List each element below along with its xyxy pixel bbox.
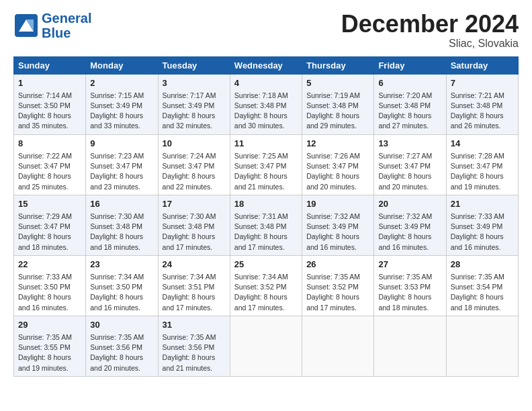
calendar-week-row: 22Sunrise: 7:33 AM Sunset: 3:50 PM Dayli… <box>14 255 519 316</box>
calendar-day-cell: 1Sunrise: 7:14 AM Sunset: 3:50 PM Daylig… <box>14 74 86 134</box>
logo: General Blue <box>13 11 91 40</box>
weekday-header: Tuesday <box>158 56 230 74</box>
day-info: Sunrise: 7:25 AM Sunset: 3:47 PM Dayligh… <box>234 151 298 192</box>
page: General Blue December 2024 Sliac, Slovak… <box>0 0 532 411</box>
day-number: 28 <box>451 259 514 271</box>
day-info: Sunrise: 7:27 AM Sunset: 3:47 PM Dayligh… <box>378 151 441 192</box>
day-info: Sunrise: 7:35 AM Sunset: 3:56 PM Dayligh… <box>90 332 153 373</box>
day-info: Sunrise: 7:31 AM Sunset: 3:48 PM Dayligh… <box>234 212 298 253</box>
calendar-day-cell: 10Sunrise: 7:24 AM Sunset: 3:47 PM Dayli… <box>158 134 230 195</box>
day-number: 22 <box>18 259 81 271</box>
calendar-day-cell: 29Sunrise: 7:35 AM Sunset: 3:55 PM Dayli… <box>14 316 86 376</box>
day-info: Sunrise: 7:35 AM Sunset: 3:56 PM Dayligh… <box>163 332 226 373</box>
day-number: 10 <box>163 138 226 150</box>
calendar-day-cell: 17Sunrise: 7:30 AM Sunset: 3:48 PM Dayli… <box>158 195 230 255</box>
day-info: Sunrise: 7:35 AM Sunset: 3:55 PM Dayligh… <box>18 332 81 373</box>
calendar-day-cell: 23Sunrise: 7:34 AM Sunset: 3:50 PM Dayli… <box>86 255 158 316</box>
day-number: 23 <box>90 259 153 271</box>
day-number: 2 <box>90 77 153 89</box>
day-number: 24 <box>163 259 226 271</box>
day-info: Sunrise: 7:34 AM Sunset: 3:51 PM Dayligh… <box>163 272 226 313</box>
day-number: 14 <box>451 138 514 150</box>
calendar-day-cell: 28Sunrise: 7:35 AM Sunset: 3:54 PM Dayli… <box>446 255 518 316</box>
day-number: 19 <box>306 198 369 210</box>
day-number: 6 <box>378 77 441 89</box>
calendar-day-cell: 21Sunrise: 7:33 AM Sunset: 3:49 PM Dayli… <box>446 195 518 255</box>
day-info: Sunrise: 7:21 AM Sunset: 3:48 PM Dayligh… <box>451 91 514 132</box>
calendar-day-cell: 5Sunrise: 7:19 AM Sunset: 3:48 PM Daylig… <box>302 74 374 134</box>
day-info: Sunrise: 7:29 AM Sunset: 3:47 PM Dayligh… <box>18 212 81 253</box>
day-number: 27 <box>378 259 441 271</box>
title-block: December 2024 Sliac, Slovakia <box>341 11 519 50</box>
weekday-header: Wednesday <box>230 56 302 74</box>
calendar-week-row: 29Sunrise: 7:35 AM Sunset: 3:55 PM Dayli… <box>14 316 519 376</box>
day-info: Sunrise: 7:18 AM Sunset: 3:48 PM Dayligh… <box>234 91 298 132</box>
calendar-subtitle: Sliac, Slovakia <box>341 38 519 50</box>
day-info: Sunrise: 7:22 AM Sunset: 3:47 PM Dayligh… <box>18 151 81 192</box>
day-info: Sunrise: 7:19 AM Sunset: 3:48 PM Dayligh… <box>306 91 369 132</box>
calendar-day-cell: 26Sunrise: 7:35 AM Sunset: 3:52 PM Dayli… <box>302 255 374 316</box>
calendar-week-row: 15Sunrise: 7:29 AM Sunset: 3:47 PM Dayli… <box>14 195 519 255</box>
day-info: Sunrise: 7:14 AM Sunset: 3:50 PM Dayligh… <box>18 91 81 132</box>
day-number: 17 <box>163 198 226 210</box>
calendar-day-cell: 8Sunrise: 7:22 AM Sunset: 3:47 PM Daylig… <box>14 134 86 195</box>
calendar-table: SundayMondayTuesdayWednesdayThursdayFrid… <box>13 56 519 377</box>
calendar-day-cell: 9Sunrise: 7:23 AM Sunset: 3:47 PM Daylig… <box>86 134 158 195</box>
weekday-header: Friday <box>374 56 446 74</box>
calendar-header-row: SundayMondayTuesdayWednesdayThursdayFrid… <box>14 56 519 74</box>
day-info: Sunrise: 7:35 AM Sunset: 3:53 PM Dayligh… <box>378 272 441 313</box>
day-number: 12 <box>306 138 369 150</box>
day-number: 26 <box>306 259 369 271</box>
calendar-day-cell <box>446 316 518 376</box>
day-info: Sunrise: 7:32 AM Sunset: 3:49 PM Dayligh… <box>378 212 441 253</box>
day-number: 9 <box>90 138 153 150</box>
header: General Blue December 2024 Sliac, Slovak… <box>13 11 519 50</box>
weekday-header: Thursday <box>302 56 374 74</box>
day-number: 1 <box>18 77 81 89</box>
day-info: Sunrise: 7:15 AM Sunset: 3:49 PM Dayligh… <box>90 91 153 132</box>
calendar-day-cell: 13Sunrise: 7:27 AM Sunset: 3:47 PM Dayli… <box>374 134 446 195</box>
day-number: 18 <box>234 198 298 210</box>
weekday-header: Monday <box>86 56 158 74</box>
day-number: 29 <box>18 319 81 331</box>
calendar-day-cell <box>230 316 302 376</box>
day-number: 8 <box>18 138 81 150</box>
day-number: 21 <box>451 198 514 210</box>
calendar-day-cell: 31Sunrise: 7:35 AM Sunset: 3:56 PM Dayli… <box>158 316 230 376</box>
calendar-day-cell: 6Sunrise: 7:20 AM Sunset: 3:48 PM Daylig… <box>374 74 446 134</box>
day-info: Sunrise: 7:26 AM Sunset: 3:47 PM Dayligh… <box>306 151 369 192</box>
calendar-day-cell: 30Sunrise: 7:35 AM Sunset: 3:56 PM Dayli… <box>86 316 158 376</box>
day-info: Sunrise: 7:17 AM Sunset: 3:49 PM Dayligh… <box>163 91 226 132</box>
day-info: Sunrise: 7:30 AM Sunset: 3:48 PM Dayligh… <box>90 212 153 253</box>
calendar-day-cell: 15Sunrise: 7:29 AM Sunset: 3:47 PM Dayli… <box>14 195 86 255</box>
day-info: Sunrise: 7:35 AM Sunset: 3:54 PM Dayligh… <box>451 272 514 313</box>
calendar-day-cell: 16Sunrise: 7:30 AM Sunset: 3:48 PM Dayli… <box>86 195 158 255</box>
calendar-day-cell: 20Sunrise: 7:32 AM Sunset: 3:49 PM Dayli… <box>374 195 446 255</box>
calendar-day-cell: 12Sunrise: 7:26 AM Sunset: 3:47 PM Dayli… <box>302 134 374 195</box>
day-info: Sunrise: 7:28 AM Sunset: 3:47 PM Dayligh… <box>451 151 514 192</box>
logo-icon <box>13 13 39 38</box>
calendar-day-cell <box>374 316 446 376</box>
calendar-day-cell: 24Sunrise: 7:34 AM Sunset: 3:51 PM Dayli… <box>158 255 230 316</box>
day-number: 7 <box>451 77 514 89</box>
logo-text-blue: Blue <box>42 26 91 40</box>
day-info: Sunrise: 7:33 AM Sunset: 3:50 PM Dayligh… <box>18 272 81 313</box>
day-info: Sunrise: 7:20 AM Sunset: 3:48 PM Dayligh… <box>378 91 441 132</box>
calendar-day-cell: 22Sunrise: 7:33 AM Sunset: 3:50 PM Dayli… <box>14 255 86 316</box>
calendar-week-row: 8Sunrise: 7:22 AM Sunset: 3:47 PM Daylig… <box>14 134 519 195</box>
calendar-day-cell: 4Sunrise: 7:18 AM Sunset: 3:48 PM Daylig… <box>230 74 302 134</box>
calendar-day-cell: 11Sunrise: 7:25 AM Sunset: 3:47 PM Dayli… <box>230 134 302 195</box>
day-number: 3 <box>163 77 226 89</box>
day-number: 5 <box>306 77 369 89</box>
calendar-day-cell: 2Sunrise: 7:15 AM Sunset: 3:49 PM Daylig… <box>86 74 158 134</box>
calendar-day-cell <box>302 316 374 376</box>
calendar-day-cell: 14Sunrise: 7:28 AM Sunset: 3:47 PM Dayli… <box>446 134 518 195</box>
calendar-day-cell: 19Sunrise: 7:32 AM Sunset: 3:49 PM Dayli… <box>302 195 374 255</box>
calendar-day-cell: 25Sunrise: 7:34 AM Sunset: 3:52 PM Dayli… <box>230 255 302 316</box>
calendar-day-cell: 18Sunrise: 7:31 AM Sunset: 3:48 PM Dayli… <box>230 195 302 255</box>
day-info: Sunrise: 7:35 AM Sunset: 3:52 PM Dayligh… <box>306 272 369 313</box>
day-number: 20 <box>378 198 441 210</box>
day-number: 30 <box>90 319 153 331</box>
weekday-header: Sunday <box>14 56 86 74</box>
calendar-week-row: 1Sunrise: 7:14 AM Sunset: 3:50 PM Daylig… <box>14 74 519 134</box>
